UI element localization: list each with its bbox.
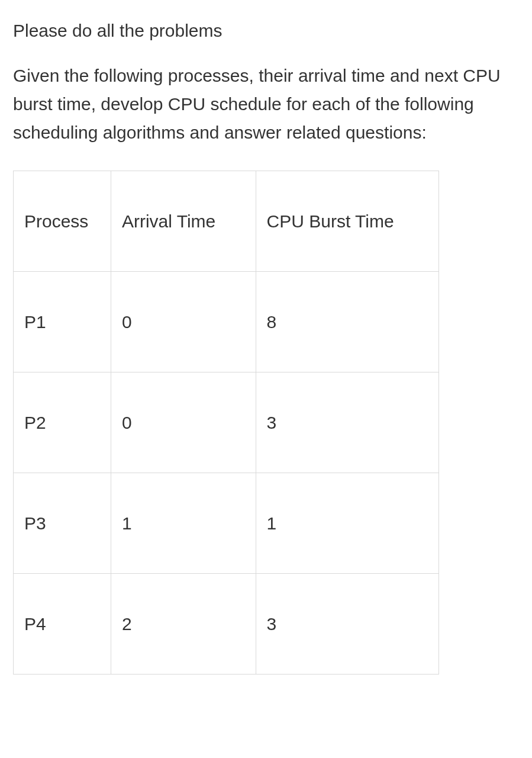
cell-process: P1 <box>14 272 111 372</box>
cell-arrival: 0 <box>111 372 256 473</box>
cell-arrival: 0 <box>111 272 256 372</box>
table-header-row: Process Arrival Time CPU Burst Time <box>14 171 439 272</box>
header-process: Process <box>14 171 111 272</box>
cell-process: P4 <box>14 574 111 675</box>
cell-process: P3 <box>14 473 111 574</box>
table-row: P2 0 3 <box>14 372 439 473</box>
intro-text: Please do all the problems <box>13 17 519 45</box>
cell-process: P2 <box>14 372 111 473</box>
process-table: Process Arrival Time CPU Burst Time P1 0… <box>13 171 439 675</box>
table-row: P4 2 3 <box>14 574 439 675</box>
description-text: Given the following processes, their arr… <box>13 62 519 147</box>
header-burst: CPU Burst Time <box>256 171 439 272</box>
table-row: P3 1 1 <box>14 473 439 574</box>
table-row: P1 0 8 <box>14 272 439 372</box>
cell-burst: 8 <box>256 272 439 372</box>
cell-arrival: 1 <box>111 473 256 574</box>
cell-burst: 1 <box>256 473 439 574</box>
header-arrival: Arrival Time <box>111 171 256 272</box>
cell-burst: 3 <box>256 574 439 675</box>
cell-burst: 3 <box>256 372 439 473</box>
cell-arrival: 2 <box>111 574 256 675</box>
